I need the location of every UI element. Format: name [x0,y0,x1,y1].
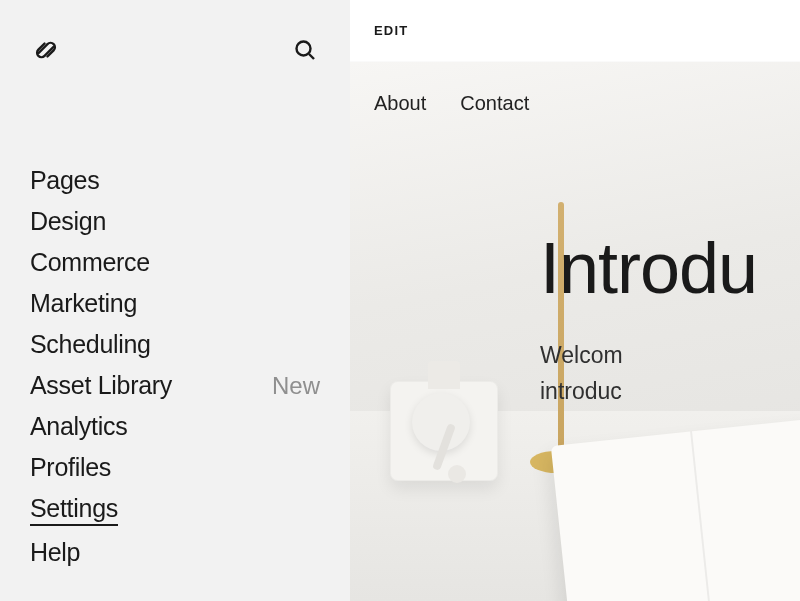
hero-section: Introdu Welcom introduc [540,232,800,409]
sidebar-item-pages[interactable]: Pages [30,160,320,201]
sidebar-nav: Pages Design Commerce Marketing Scheduli… [0,100,350,573]
sidebar-item-commerce[interactable]: Commerce [30,242,320,283]
crank-knob-graphic [448,465,466,483]
notebook-graphic [551,417,800,601]
search-icon [293,38,317,62]
hero-subtitle-line: Welcom [540,338,800,374]
new-badge: New [272,372,320,400]
sidebar-item-label: Asset Library [30,371,172,400]
app-root: Pages Design Commerce Marketing Scheduli… [0,0,800,601]
edit-button[interactable]: EDIT [374,23,408,38]
sidebar-item-settings[interactable]: Settings [30,488,320,532]
sidebar-item-analytics[interactable]: Analytics [30,406,320,447]
sidebar-item-label: Help [30,538,80,567]
site-preview: EDIT About Contact Introdu Welcom introd… [350,0,800,601]
hero-subtitle: Welcom introduc [540,338,800,409]
site-nav-contact[interactable]: Contact [460,92,529,115]
sidebar: Pages Design Commerce Marketing Scheduli… [0,0,350,601]
squarespace-logo-icon[interactable] [30,34,62,66]
sidebar-item-help[interactable]: Help [30,532,320,573]
hero-title: Introdu [540,232,800,304]
site-nav-about[interactable]: About [374,92,426,115]
sidebar-item-scheduling[interactable]: Scheduling [30,324,320,365]
search-button[interactable] [290,35,320,65]
sidebar-item-label: Commerce [30,248,150,277]
sidebar-item-label: Settings [30,494,118,526]
sidebar-item-label: Analytics [30,412,127,441]
svg-line-1 [309,54,314,59]
sidebar-item-label: Design [30,207,106,236]
sidebar-item-design[interactable]: Design [30,201,320,242]
sidebar-item-asset-library[interactable]: Asset Library New [30,365,320,406]
sidebar-item-label: Profiles [30,453,111,482]
preview-content[interactable]: About Contact Introdu Welcom introduc [350,62,800,601]
sidebar-item-marketing[interactable]: Marketing [30,283,320,324]
site-nav: About Contact [350,62,800,125]
preview-topbar: EDIT [350,0,800,62]
sidebar-item-label: Marketing [30,289,137,318]
hero-subtitle-line: introduc [540,374,800,410]
sidebar-item-profiles[interactable]: Profiles [30,447,320,488]
svg-point-0 [297,42,311,56]
sidebar-header [0,0,350,100]
sidebar-item-label: Pages [30,166,99,195]
sidebar-item-label: Scheduling [30,330,151,359]
